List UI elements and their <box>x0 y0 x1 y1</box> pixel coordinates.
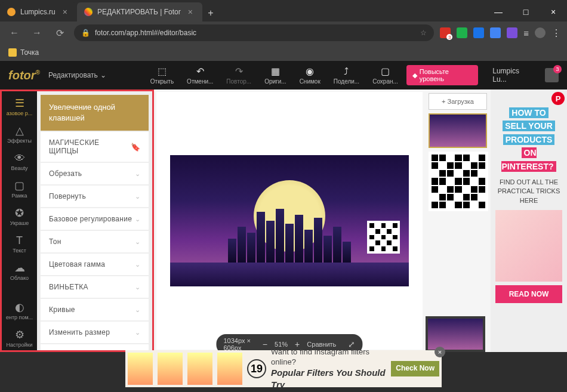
panel-item-magic[interactable]: МАГИЧЕСКИЕ ЩИПЦЫ🔖 <box>41 132 149 162</box>
ext-icon[interactable]: 3 <box>440 27 451 38</box>
ad-thumb <box>187 353 212 385</box>
reading-list-icon[interactable]: ≡ <box>523 28 529 38</box>
panel-item-color[interactable]: Цветовая гамма⌄ <box>41 254 149 275</box>
camera-icon: ◉ <box>304 66 316 77</box>
logo[interactable]: fotor® <box>8 69 40 82</box>
open-button[interactable]: ⬚Открыть <box>150 66 174 85</box>
favicon-icon <box>84 8 93 16</box>
chevron-down-icon: ⌄ <box>135 170 140 178</box>
ad-number: 19 <box>247 359 266 378</box>
maximize-button[interactable]: □ <box>512 2 540 21</box>
share-button[interactable]: ⤴Подели... <box>334 66 359 85</box>
chevron-down-icon: ⌄ <box>135 238 140 246</box>
url-input[interactable]: 🔒 fotor.com/app.html#/editor/basic ☆ <box>74 24 434 41</box>
canvas-image[interactable] <box>170 155 409 286</box>
star-icon[interactable]: ☆ <box>420 29 427 37</box>
ext-icon[interactable] <box>473 27 484 38</box>
original-button[interactable]: ▦Ориги... <box>264 66 286 85</box>
sidebar-item-cloud[interactable]: ☁Облако <box>2 260 37 283</box>
undo-icon: ↶ <box>194 66 206 77</box>
sidebar-item-settings[interactable]: ⚙Настройки <box>2 326 37 350</box>
panel-item-resize[interactable]: Изменить размер⌄ <box>41 322 149 343</box>
ext-icon[interactable] <box>507 27 517 38</box>
chevron-down-icon: ⌄ <box>100 71 106 79</box>
frame-icon: ▢ <box>14 180 24 192</box>
zoom-out-button[interactable]: − <box>261 339 269 350</box>
chevron-down-icon: ⌄ <box>135 261 140 268</box>
sidebar-item-stickers[interactable]: ✪Украше <box>2 205 37 229</box>
app-body: ☰азовое р... △Эффекты 👁Beauty ▢Рамка ✪Ук… <box>0 89 567 352</box>
sidebar-item-basic[interactable]: ☰азовое р... <box>2 95 37 119</box>
ext-icon[interactable] <box>457 27 467 38</box>
pinterest-icon[interactable]: P <box>551 92 565 105</box>
redo-icon: ↷ <box>233 66 245 77</box>
snapshot-button[interactable]: ◉Снимок <box>300 66 321 85</box>
user-name[interactable]: Lumpics Lu... <box>492 67 533 84</box>
sidebar-item-text[interactable]: TТекст <box>2 232 37 256</box>
new-tab-button[interactable]: + <box>202 5 219 21</box>
forward-button[interactable]: → <box>29 24 45 41</box>
qr-code <box>429 152 488 211</box>
profile-icon[interactable] <box>535 27 546 38</box>
gear-icon: ⚙ <box>15 329 24 341</box>
ad-image <box>495 210 562 282</box>
chevron-down-icon: ⌄ <box>135 193 140 200</box>
reload-button[interactable]: ⟳ <box>51 24 68 41</box>
sidebar-item-help[interactable]: ◐ентр пом... <box>2 299 37 323</box>
panel-item-tone[interactable]: Тон⌄ <box>41 231 149 252</box>
panel-header[interactable]: Увелечение одной клавишей <box>41 95 149 131</box>
ad-subtext: FIND OUT ALL THE PRACTICAL TRICKS HERE <box>495 178 562 205</box>
ad-thumb <box>128 353 153 385</box>
sliders-icon: ☰ <box>15 97 24 109</box>
ext-icon[interactable] <box>490 27 501 38</box>
panel-item-basic-adjust[interactable]: Базовое регулирование⌄ <box>41 208 149 230</box>
text-icon: T <box>16 234 23 246</box>
save-button[interactable]: ▢Сохран... <box>372 66 398 85</box>
back-button[interactable]: ← <box>6 24 23 41</box>
sidebar-item-frame[interactable]: ▢Рамка <box>2 177 37 201</box>
extension-icons: 3 ≡ ⋮ <box>440 27 561 39</box>
menu-icon[interactable]: ⋮ <box>551 27 561 39</box>
chevron-down-icon: ⌄ <box>135 329 140 337</box>
minimap[interactable] <box>426 316 485 352</box>
tab-lumpics[interactable]: Lumpics.ru × <box>0 2 77 21</box>
ad-cta-button[interactable]: READ NOW <box>495 285 562 303</box>
chevron-down-icon: ⌄ <box>135 283 140 291</box>
sticker-icon: ✪ <box>15 207 24 219</box>
minimize-button[interactable]: — <box>485 2 512 21</box>
bookmarks-bar: Точка <box>0 44 567 61</box>
close-icon[interactable]: × <box>186 7 195 17</box>
close-button[interactable]: × <box>540 2 567 21</box>
thumbnail[interactable] <box>429 113 487 148</box>
tab-label: РЕДАКТИРОВАТЬ | Fotor <box>97 8 181 16</box>
bookmark-item[interactable]: Точка <box>20 48 39 57</box>
avatar[interactable]: 3 <box>545 68 559 82</box>
upload-button[interactable]: + Загрузка <box>429 93 487 110</box>
browser-titlebar: Lumpics.ru × РЕДАКТИРОВАТЬ | Fotor × + —… <box>0 0 567 21</box>
redo-button[interactable]: ↷Повтор... <box>226 66 251 85</box>
options-panel: Увелечение одной клавишей МАГИЧЕСКИЕ ЩИП… <box>37 89 154 352</box>
panel-item-crop[interactable]: Обрезать⌄ <box>41 163 149 184</box>
bottom-ad[interactable]: 19 Want to find Instagram filters online… <box>125 350 442 387</box>
notification-badge: 3 <box>553 65 562 73</box>
window-controls: — □ × <box>485 2 567 21</box>
undo-button[interactable]: ↶Отмени... <box>187 66 213 85</box>
diamond-icon: ◆ <box>412 72 417 79</box>
tab-label: Lumpics.ru <box>20 8 56 16</box>
sidebar-item-beauty[interactable]: 👁Beauty <box>2 150 37 174</box>
tab-fotor[interactable]: РЕДАКТИРОВАТЬ | Fotor × <box>77 2 202 21</box>
sidebar: ☰азовое р... △Эффекты 👁Beauty ▢Рамка ✪Ук… <box>0 89 37 352</box>
edit-dropdown[interactable]: Редактировать ⌄ <box>48 71 106 79</box>
sidebar-item-effects[interactable]: △Эффекты <box>2 122 37 146</box>
panel-item-rotate[interactable]: Повернуть⌄ <box>41 186 149 207</box>
close-icon[interactable]: × <box>60 7 70 17</box>
ad-check-button[interactable]: Check Now <box>391 361 439 376</box>
ad-close-button[interactable]: × <box>435 347 445 357</box>
panel-item-vignette[interactable]: ВИНЬЕТКА⌄ <box>41 276 149 298</box>
right-column: + Загрузка 🗑 Очистить все <box>425 89 491 352</box>
canvas-area[interactable]: 1034px × 606px − 51% + Сравнить ⤢ <box>156 92 423 350</box>
address-bar: ← → ⟳ 🔒 fotor.com/app.html#/editor/basic… <box>0 21 567 44</box>
upgrade-button[interactable]: ◆Повысьте уровень <box>406 65 478 85</box>
panel-item-curves[interactable]: Кривые⌄ <box>41 299 149 320</box>
qr-overlay <box>367 221 400 254</box>
